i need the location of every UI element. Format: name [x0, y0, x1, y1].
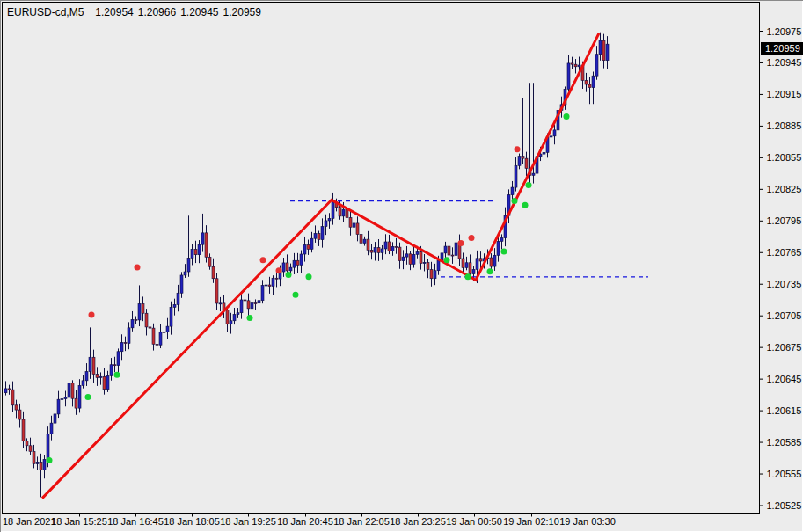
bear-candle — [8, 389, 11, 390]
bull-candle — [303, 245, 306, 255]
bull-candle — [64, 397, 67, 399]
bear-candle — [75, 398, 77, 408]
bull-candle — [402, 257, 405, 260]
bear-candle — [571, 63, 573, 64]
bull-candle — [258, 301, 260, 303]
price-tick-label: 1.20855 — [767, 152, 802, 163]
price-tick-label: 1.20825 — [767, 184, 802, 194]
bull-candle — [198, 244, 201, 255]
bear-candle — [360, 235, 362, 244]
bull-candle — [434, 271, 436, 279]
bear-candle — [409, 254, 412, 265]
bull-candle — [50, 423, 53, 434]
bull-candle — [99, 376, 102, 377]
time-tick-label: 18 Jan 19:25 — [220, 516, 276, 527]
bull-candle — [332, 202, 334, 218]
bull-candle — [342, 209, 345, 216]
bear-candle — [212, 266, 215, 279]
bull-candle — [173, 304, 176, 307]
bear-candle — [163, 332, 165, 332]
bull-candle — [592, 76, 595, 87]
bear-candle — [113, 365, 116, 366]
bull-candle — [314, 234, 317, 239]
bear-candle — [33, 451, 35, 463]
bull-candle — [405, 254, 408, 257]
bear-candle — [356, 223, 359, 235]
sell-signal-dot — [469, 235, 475, 241]
sell-signal-dot — [276, 267, 282, 273]
bull-candle — [310, 238, 313, 249]
bear-candle — [142, 303, 144, 313]
sell-signal-dot — [515, 146, 521, 152]
bull-candle — [265, 285, 267, 286]
bull-candle — [543, 152, 545, 154]
bear-candle — [296, 260, 299, 265]
bull-candle — [465, 263, 468, 268]
bear-candle — [208, 257, 211, 266]
buy-signal-dot — [293, 292, 299, 298]
bear-candle — [462, 259, 464, 267]
bear-candle — [145, 313, 148, 327]
quote-line: EURUSD-cd,M51.209541.209661.209451.20959 — [7, 6, 261, 18]
bull-candle — [47, 434, 49, 460]
bull-candle — [321, 227, 324, 240]
bear-candle — [469, 263, 471, 274]
bear-candle — [29, 446, 32, 451]
bear-candle — [430, 270, 433, 279]
bear-candle — [395, 246, 398, 247]
buy-signal-dot — [526, 182, 532, 188]
buy-signal-dot — [522, 202, 529, 208]
bull-candle — [89, 357, 91, 371]
bull-candle — [497, 241, 500, 255]
bull-candle — [328, 218, 331, 221]
buy-signal-dot — [465, 273, 471, 280]
price-tick-label: 1.20885 — [767, 120, 802, 131]
plot-border — [3, 3, 760, 514]
bull-candle — [82, 381, 84, 386]
bull-candle — [595, 55, 598, 76]
bear-candle — [11, 390, 14, 405]
quote-high: 1.20966 — [138, 6, 176, 18]
bull-candle — [85, 372, 88, 381]
price-tick-label: 1.20615 — [767, 405, 802, 416]
bear-candle — [370, 250, 373, 252]
bear-candle — [585, 80, 588, 84]
bear-candle — [588, 84, 591, 88]
bull-candle — [493, 255, 496, 266]
bear-candle — [103, 376, 106, 389]
time-tick-label: 18 Jan 15:25 — [51, 516, 107, 527]
buy-signal-dot — [286, 272, 292, 278]
price-tick-label: 1.20975 — [767, 26, 802, 37]
bear-candle — [420, 252, 422, 264]
bear-candle — [377, 247, 380, 252]
bear-candle — [254, 303, 257, 304]
bear-candle — [525, 158, 528, 168]
bear-candle — [152, 328, 155, 344]
bull-candle — [131, 319, 134, 327]
bear-candle — [15, 405, 18, 410]
price-tick-label: 1.20735 — [767, 279, 802, 289]
bear-candle — [448, 246, 450, 255]
sell-signal-dot — [135, 265, 141, 271]
bull-candle — [187, 258, 190, 272]
price-tick-label: 1.20585 — [767, 437, 802, 448]
time-tick-label: 19 Jan 00:50 — [446, 516, 502, 527]
bear-candle — [40, 462, 42, 470]
bull-candle — [518, 157, 521, 166]
bear-candle — [22, 419, 25, 441]
quote-close: 1.20959 — [223, 6, 261, 18]
candlestick-chart-canvas[interactable]: 1.209751.209451.209151.208851.208551.208… — [0, 0, 803, 532]
bear-candle — [247, 301, 250, 309]
bull-candle — [78, 385, 81, 408]
bear-candle — [226, 310, 229, 324]
time-tick-label: 19 Jan 03:30 — [559, 516, 616, 527]
bear-candle — [275, 278, 278, 279]
price-tick-label: 1.20765 — [767, 247, 802, 258]
price-tick-label: 1.20795 — [767, 215, 802, 226]
buy-signal-dot — [85, 394, 91, 400]
price-tick-label: 1.20645 — [767, 374, 802, 384]
bull-candle — [437, 260, 440, 271]
bull-candle — [532, 173, 535, 175]
bull-candle — [416, 252, 419, 255]
time-tick-label: 18 Jan 18:05 — [164, 516, 220, 527]
